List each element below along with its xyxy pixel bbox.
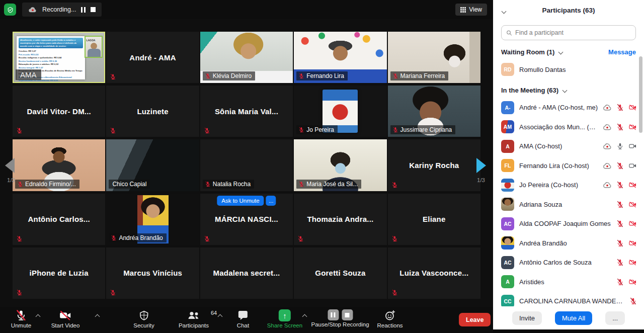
tile-name-label: iPhone de Luzia [13, 247, 105, 299]
video-options-chevron[interactable] [95, 314, 100, 319]
tile-name-label: Thomazia Andra... [294, 194, 386, 245]
panel-collapse-chevron-icon[interactable] [502, 7, 506, 15]
unmute-button[interactable]: Unmute [11, 309, 31, 328]
muted-mic-icon [17, 181, 23, 187]
presenter-video-thumbnail: LAGOA [85, 36, 103, 58]
participants-button[interactable]: 64 Participants [179, 309, 209, 328]
avatar: FL [501, 159, 514, 172]
share-screen-button[interactable]: ↑ Share Screen [267, 309, 302, 328]
muted-mic-icon [629, 297, 637, 305]
tile-name-label: Eliane [388, 194, 480, 245]
video-tile[interactable]: Ednaldo Firmino/... [13, 139, 105, 191]
video-tile[interactable]: Ask to Unmute...MÁRCIA NASCI... [200, 194, 293, 245]
video-tile[interactable]: Goretti Souza [294, 247, 386, 299]
recording-cloud-icon [603, 123, 612, 131]
video-tile[interactable]: David Vitor- DM... [13, 86, 105, 137]
video-tile[interactable]: Fernando Lira [294, 32, 386, 83]
panel-scrollbar[interactable] [639, 56, 642, 133]
video-off-icon [628, 239, 637, 247]
recording-indicator: Recording... [22, 3, 102, 17]
video-tile[interactable]: Marcus Vinícius [106, 247, 199, 299]
reactions-label: Reactions [377, 322, 403, 328]
audio-options-chevron[interactable] [36, 314, 41, 319]
video-tile[interactable]: Natalia Rocha [200, 139, 293, 191]
video-off-icon [628, 104, 637, 111]
video-tile[interactable]: Jussimare Cipriana [388, 86, 480, 137]
participants-panel: Participants (63) Waiting Room (1) Messa… [493, 0, 644, 333]
participant-row[interactable]: RDRomullo Dantas [493, 60, 644, 79]
share-options-chevron[interactable] [302, 314, 307, 319]
video-tile[interactable]: Antônio Carlos... [13, 194, 105, 245]
video-off-icon [628, 181, 637, 189]
participant-name: Aristides [519, 278, 613, 286]
stop-recording-button[interactable] [91, 7, 96, 12]
participants-count-badge: 64 [211, 310, 217, 316]
waiting-room-header: Waiting Room (1) Message [501, 48, 636, 56]
chat-button[interactable]: Chat [237, 309, 249, 328]
video-tile[interactable]: Sônia Maria Val... [200, 86, 293, 137]
panel-more-button[interactable]: ... [605, 311, 625, 325]
invite-button[interactable]: Invite [512, 311, 542, 325]
reactions-button[interactable]: Reactions [377, 309, 403, 328]
waiting-room-chevron-icon[interactable] [558, 50, 564, 55]
video-tile[interactable]: Eliane [388, 194, 480, 245]
tile-name-label: Fernando Lira [296, 71, 348, 80]
participant-row[interactable]: AMAssociação dos Mun... (Host) [493, 117, 644, 137]
stop-recording-icon[interactable] [342, 309, 353, 320]
in-meeting-chevron-icon[interactable] [562, 88, 568, 93]
view-button[interactable]: View [455, 4, 487, 16]
encryption-shield-icon[interactable] [4, 4, 16, 16]
slide-header-text: Atualmente, o valor repassado pela União… [19, 38, 83, 48]
avatar: RD [501, 63, 514, 76]
leave-button[interactable]: Leave [459, 313, 491, 326]
mute-all-button[interactable]: Mute All [555, 311, 592, 325]
video-tile[interactable]: Atualmente, o valor repassado pela União… [13, 32, 105, 83]
participant-row[interactable]: Andréa Brandão [493, 233, 644, 253]
participant-row[interactable]: FLFernando Lira (Co-host) [493, 156, 644, 176]
tile-name-label: Madalena secret... [200, 247, 293, 299]
video-tile[interactable]: Klévia Delmiro [200, 32, 293, 83]
message-link[interactable]: Message [608, 48, 636, 56]
video-tile[interactable]: Madalena secret... [200, 247, 293, 299]
security-button[interactable]: Security [133, 309, 154, 328]
video-tile[interactable]: Thomazia Andra... [294, 194, 386, 245]
participant-row[interactable]: ACAntônio Carlos de Souza [493, 253, 644, 273]
previous-page-arrow[interactable] [5, 158, 15, 173]
start-video-label: Start Video [51, 322, 80, 328]
video-tile[interactable]: Luiza Vascoonce... [388, 247, 480, 299]
muted-mic-icon [16, 127, 23, 134]
participant-row[interactable]: A-André - AMA (Co-host, me) [493, 98, 644, 118]
muted-mic-icon [205, 181, 211, 187]
video-tile[interactable]: Kariny Rocha [388, 139, 480, 191]
participant-row[interactable]: Adriana Souza [493, 195, 644, 214]
participants-options-chevron[interactable] [218, 314, 223, 319]
muted-mic-icon [391, 289, 398, 296]
video-tile[interactable]: Maria José da Sil... [294, 139, 386, 191]
tile-name-label: Jussimare Cipriana [390, 125, 456, 134]
video-tile[interactable]: Andréa Brandão [106, 194, 199, 245]
avatar: A- [501, 101, 514, 114]
participant-row[interactable]: AAMA (Co-host) [493, 137, 644, 156]
pause-stop-recording-button[interactable]: Pause/Stop Recording [311, 309, 369, 327]
participant-row[interactable]: ACAlda COOPAF Joaquim Gomes [493, 214, 644, 234]
video-tile[interactable]: André - AMA [106, 32, 199, 83]
pause-recording-icon[interactable] [328, 309, 339, 320]
search-participant-input[interactable] [515, 29, 631, 36]
video-tile[interactable]: Mariana Ferreira [388, 32, 480, 83]
video-tile[interactable]: iPhone de Luzia [13, 247, 105, 299]
video-tile[interactable]: Jo Pereira [294, 86, 386, 137]
next-page-arrow[interactable] [476, 158, 486, 173]
tile-name-label: Kariny Rocha [388, 139, 480, 191]
search-participant-box[interactable] [501, 25, 636, 40]
tile-name-label: AMA [16, 69, 41, 80]
start-video-button[interactable]: Start Video [51, 309, 80, 328]
muted-mic-icon [392, 127, 398, 133]
video-tile[interactable]: Chico Capial [106, 139, 199, 191]
tile-name-label: Andréa Brandão [109, 233, 166, 242]
video-tile[interactable]: Luzinete [106, 86, 199, 137]
pause-recording-button[interactable] [81, 7, 86, 13]
participant-row[interactable]: AAristides [493, 272, 644, 292]
participant-row[interactable]: Jo Pereira (Co-host) [493, 176, 644, 195]
video-on-icon [628, 162, 637, 170]
panel-bottom-strip [493, 329, 644, 333]
